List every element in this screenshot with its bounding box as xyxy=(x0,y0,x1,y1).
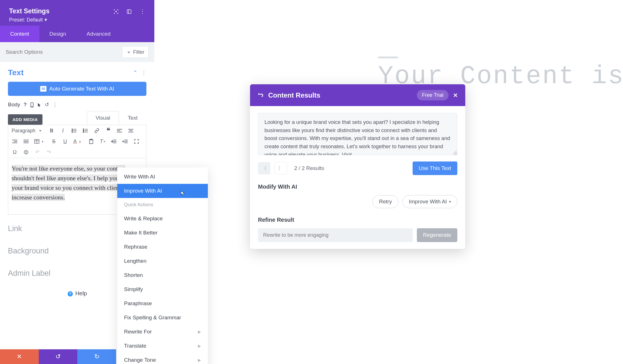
indent-icon[interactable] xyxy=(122,138,128,145)
align-right-icon[interactable] xyxy=(12,138,18,145)
menu-fix-spelling[interactable]: Fix Spelling & Grammar xyxy=(117,311,208,325)
special-char-icon[interactable]: Ω xyxy=(12,149,18,156)
text-color-icon[interactable]: A ▾ xyxy=(73,138,83,145)
help-icon: ? xyxy=(67,290,73,297)
free-trial-badge[interactable]: Free Trial xyxy=(417,90,449,100)
results-title: Content Results xyxy=(268,91,412,99)
editor-toolbar: Paragraph ▾ B I 123 ❝ ▾ S U A ▾ T✕ Ω ↶ xyxy=(8,125,146,158)
filter-button[interactable]: ＋ Filter xyxy=(122,46,149,58)
menu-translate[interactable]: Translate▶ xyxy=(117,339,208,353)
svg-point-42 xyxy=(27,152,27,152)
menu-quick-actions-header: Quick Actions xyxy=(117,198,208,212)
outdent-icon[interactable] xyxy=(111,138,117,145)
next-result-button[interactable]: 〉 xyxy=(274,162,287,175)
help-icon[interactable]: ? xyxy=(24,102,27,108)
section-more-icon[interactable]: ⋮ xyxy=(141,70,146,76)
prev-result-button[interactable]: 〈 xyxy=(258,162,270,175)
auto-generate-button[interactable]: AI Auto Generate Text With AI xyxy=(8,82,146,96)
undo-button[interactable]: ↺ xyxy=(39,349,78,364)
quote-icon[interactable]: ❝ xyxy=(105,127,111,134)
body-label: Body xyxy=(8,102,20,108)
search-input[interactable] xyxy=(6,49,119,55)
redo-button[interactable]: ↻ xyxy=(77,349,116,364)
undo-editor-icon[interactable]: ↶ xyxy=(34,149,40,156)
format-dropdown[interactable]: Paragraph ▾ xyxy=(12,127,43,134)
align-left-icon[interactable] xyxy=(116,127,123,134)
menu-write-replace[interactable]: Write & Replace xyxy=(117,212,208,226)
menu-make-it-better[interactable]: Make It Better xyxy=(117,226,208,240)
menu-change-tone[interactable]: Change Tone▶ xyxy=(117,353,208,364)
plus-icon: ＋ xyxy=(126,49,131,55)
menu-lengthen[interactable]: Lengthen xyxy=(117,254,208,268)
align-justify-icon[interactable] xyxy=(23,138,29,145)
menu-write-with-ai[interactable]: Write With AI xyxy=(117,170,208,184)
clear-format-icon[interactable]: T✕ xyxy=(99,138,106,145)
svg-rect-33 xyxy=(90,139,92,140)
focus-icon[interactable] xyxy=(114,8,119,15)
redo-editor-icon[interactable]: ↷ xyxy=(46,149,52,156)
chevron-down-icon: ▾ xyxy=(449,200,451,204)
bottom-action-bar: ✕ ↺ ↻ xyxy=(0,349,116,364)
section-title: Text xyxy=(8,68,24,77)
collapse-icon[interactable]: ⌃ xyxy=(133,70,137,76)
svg-point-4 xyxy=(32,106,32,107)
result-counter: 2 / 2 Results xyxy=(291,165,409,171)
menu-rephrase[interactable]: Rephrase xyxy=(117,240,208,254)
svg-point-5 xyxy=(72,129,73,130)
menu-improve-with-ai[interactable]: Improve With AI xyxy=(117,184,208,198)
improve-with-ai-dropdown[interactable]: Improve With AI ▾ xyxy=(402,195,457,208)
layout-icon[interactable] xyxy=(127,8,132,15)
reset-icon[interactable]: ↺ xyxy=(45,102,49,108)
menu-simplify[interactable]: Simplify xyxy=(117,282,208,296)
tab-bar: Content Design Advanced xyxy=(0,26,154,42)
underline-icon[interactable]: U xyxy=(62,138,68,145)
mobile-icon[interactable] xyxy=(30,102,34,108)
italic-icon[interactable]: I xyxy=(60,127,66,134)
use-this-text-button[interactable]: Use This Text xyxy=(413,161,457,175)
cursor-icon[interactable] xyxy=(37,102,41,108)
svg-point-40 xyxy=(24,150,28,154)
more-icon[interactable]: ⋮ xyxy=(140,8,145,15)
body-row: Body ? ↺ ⋮ xyxy=(8,102,146,108)
close-icon[interactable]: ✕ xyxy=(453,92,458,99)
svg-text:3: 3 xyxy=(83,131,84,133)
tab-content[interactable]: Content xyxy=(0,26,39,42)
editor-tab-visual[interactable]: Visual xyxy=(87,111,119,125)
results-nav: 〈 〉 2 / 2 Results Use This Text xyxy=(258,161,457,175)
ai-badge-icon: AI xyxy=(40,86,46,92)
table-icon[interactable]: ▾ xyxy=(34,138,46,145)
preset-dropdown[interactable]: Preset: Default ▾ xyxy=(9,17,145,23)
link-icon[interactable] xyxy=(94,127,100,134)
emoji-icon[interactable] xyxy=(23,149,29,156)
svg-rect-1 xyxy=(127,10,131,14)
retry-button[interactable]: Retry xyxy=(372,195,398,208)
chevron-down-icon: ▾ xyxy=(37,127,43,134)
strikethrough-icon[interactable]: S xyxy=(51,138,57,145)
add-media-button[interactable]: ADD MEDIA xyxy=(8,114,42,125)
back-icon[interactable] xyxy=(257,92,264,99)
svg-point-0 xyxy=(116,11,117,12)
paste-icon[interactable] xyxy=(88,138,94,145)
divider xyxy=(378,57,398,58)
editor-tab-text[interactable]: Text xyxy=(119,111,146,125)
bold-icon[interactable]: B xyxy=(48,127,55,134)
align-center-icon[interactable] xyxy=(128,127,134,134)
body-more-icon[interactable]: ⋮ xyxy=(52,102,57,108)
menu-paraphrase[interactable]: Paraphrase xyxy=(117,296,208,311)
regenerate-button[interactable]: Regenerate xyxy=(417,228,457,242)
menu-shorten[interactable]: Shorten xyxy=(117,268,208,282)
content-results-dialog: Content Results Free Trial ✕ Looking for… xyxy=(250,84,465,249)
result-text-area[interactable]: Looking for a unique brand voice that se… xyxy=(258,113,457,155)
number-list-icon[interactable]: 123 xyxy=(82,127,89,134)
refine-input[interactable] xyxy=(258,228,413,242)
tab-design[interactable]: Design xyxy=(39,26,76,42)
svg-point-41 xyxy=(25,152,26,152)
fullscreen-icon[interactable] xyxy=(133,138,140,145)
tab-advanced[interactable]: Advanced xyxy=(76,26,121,42)
menu-rewrite-for[interactable]: Rewrite For▶ xyxy=(117,325,208,339)
bullet-list-icon[interactable] xyxy=(71,127,77,134)
close-button[interactable]: ✕ xyxy=(0,349,39,364)
chevron-down-icon: ▾ xyxy=(44,17,47,23)
chevron-right-icon: ▶ xyxy=(198,344,201,348)
modify-label: Modify With AI xyxy=(258,184,457,190)
